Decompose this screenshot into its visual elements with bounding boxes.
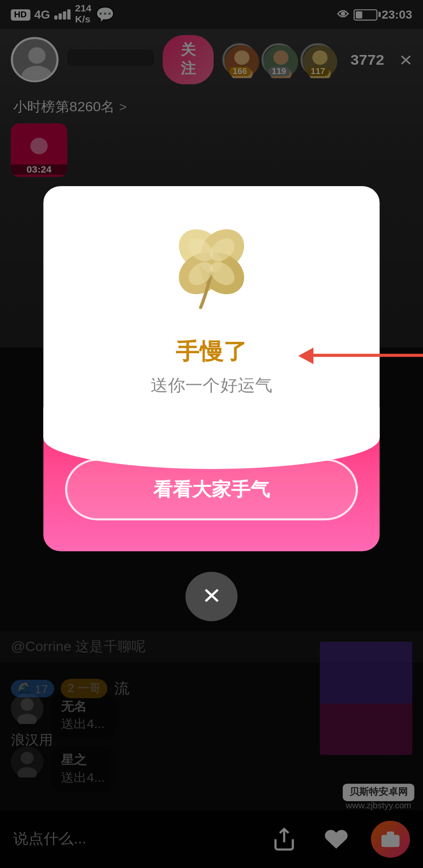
- envelope-title: 手慢了: [176, 336, 247, 367]
- envelope-subtitle: 送你一个好运气: [65, 375, 358, 396]
- arrow-head-icon: [298, 347, 313, 364]
- close-icon: ✕: [202, 582, 221, 609]
- envelope-card: 手慢了 送你一个好运气 看看大家手气: [44, 186, 380, 551]
- arrow-annotation: [298, 347, 423, 364]
- modal-close-button[interactable]: ✕: [185, 571, 237, 621]
- see-luck-button[interactable]: 看看大家手气: [65, 458, 358, 520]
- title-container: 手慢了: [176, 336, 247, 375]
- arrow-line: [312, 354, 423, 357]
- modal-overlay[interactable]: 手慢了 送你一个好运气 看看大家手气 ✕: [0, 0, 423, 868]
- envelope-top: 手慢了 送你一个好运气: [44, 186, 380, 438]
- clover-icon: [152, 217, 271, 319]
